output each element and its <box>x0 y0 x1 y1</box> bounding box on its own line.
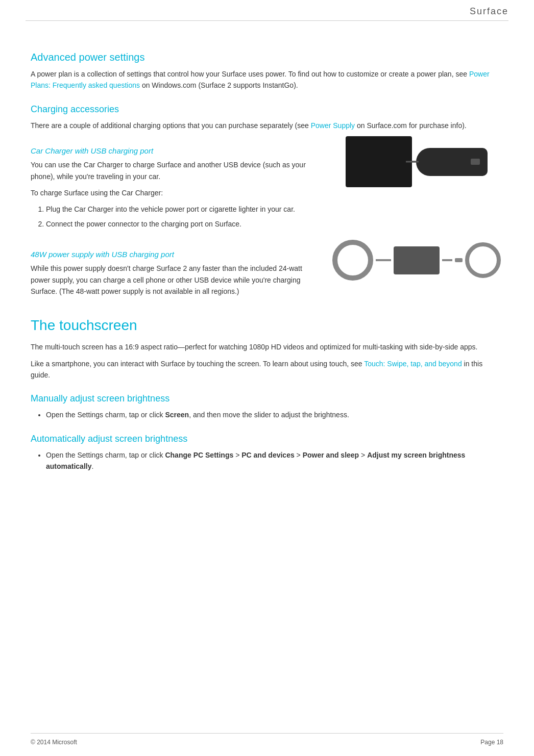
power-brick-illustration <box>394 246 440 274</box>
usb-port-illustration <box>471 159 480 165</box>
car-charger-steps: Plug the Car Charger into the vehicle po… <box>46 204 320 230</box>
advanced-power-body: A power plan is a collection of settings… <box>31 68 503 91</box>
manual-brightness-title: Manually adjust screen brightness <box>31 393 503 404</box>
cable-right <box>442 259 452 261</box>
power-supply-section: 48W power supply with USB charging port … <box>31 240 503 302</box>
auto-brightness-item: Open the Settings charm, tap or click Ch… <box>46 449 503 472</box>
charger-plug-illustration <box>416 148 488 176</box>
car-charger-step-1: Plug the Car Charger into the vehicle po… <box>46 204 320 215</box>
power-supply-body: While this power supply doesn't charge S… <box>31 263 320 297</box>
power-supply-link[interactable]: Power Supply <box>311 121 355 130</box>
page-number: Page 18 <box>480 739 503 746</box>
touchscreen-body2: Like a smartphone, you can interact with… <box>31 358 503 381</box>
tablet-illustration <box>346 136 412 187</box>
car-charger-section: Car Charger with USB charging port You c… <box>31 136 503 235</box>
car-charger-body2: To charge Surface using the Car Charger: <box>31 187 320 198</box>
power-supply-text: 48W power supply with USB charging port … <box>31 240 320 302</box>
power-supply-illustration <box>332 240 501 281</box>
car-charger-body1: You can use the Car Charger to charge Su… <box>31 159 320 182</box>
car-charger-text: Car Charger with USB charging port You c… <box>31 136 320 235</box>
cable-left <box>376 259 391 261</box>
copyright-text: © 2014 Microsoft <box>31 739 77 746</box>
cable-coil-right <box>465 242 501 278</box>
car-charger-image <box>330 136 503 187</box>
surface-logo: Surface <box>470 6 508 17</box>
cable-coil-left <box>332 240 373 281</box>
page-container: Advanced power settings A power plan is … <box>0 21 534 508</box>
auto-brightness-title: Automatically adjust screen brightness <box>31 434 503 444</box>
touch-guide-link[interactable]: Touch: Swipe, tap, and beyond <box>364 360 462 368</box>
page-footer: © 2014 Microsoft Page 18 <box>31 733 503 746</box>
power-sleep-bold: Power and sleep <box>303 451 359 459</box>
manual-brightness-list: Open the Settings charm, tap or click Sc… <box>46 409 503 420</box>
screen-bold: Screen <box>165 411 189 419</box>
connector-tip <box>455 258 463 262</box>
charging-accessories-title: Charging accessories <box>31 104 503 115</box>
car-charger-illustration <box>346 136 488 187</box>
power-supply-title: 48W power supply with USB charging port <box>31 250 320 259</box>
touchscreen-title: The touchscreen <box>31 317 503 334</box>
power-supply-image <box>330 240 503 281</box>
touchscreen-body1: The multi-touch screen has a 16:9 aspect… <box>31 341 503 352</box>
manual-brightness-item: Open the Settings charm, tap or click Sc… <box>46 409 503 420</box>
charging-accessories-body: There are a couple of additional chargin… <box>31 120 503 131</box>
auto-brightness-list: Open the Settings charm, tap or click Ch… <box>46 449 503 472</box>
car-charger-title: Car Charger with USB charging port <box>31 146 320 155</box>
change-pc-settings-bold: Change PC Settings <box>165 451 233 459</box>
car-charger-step-2: Connect the power connector to the charg… <box>46 218 320 230</box>
pc-devices-bold: PC and devices <box>241 451 295 459</box>
advanced-power-title: Advanced power settings <box>31 52 503 63</box>
